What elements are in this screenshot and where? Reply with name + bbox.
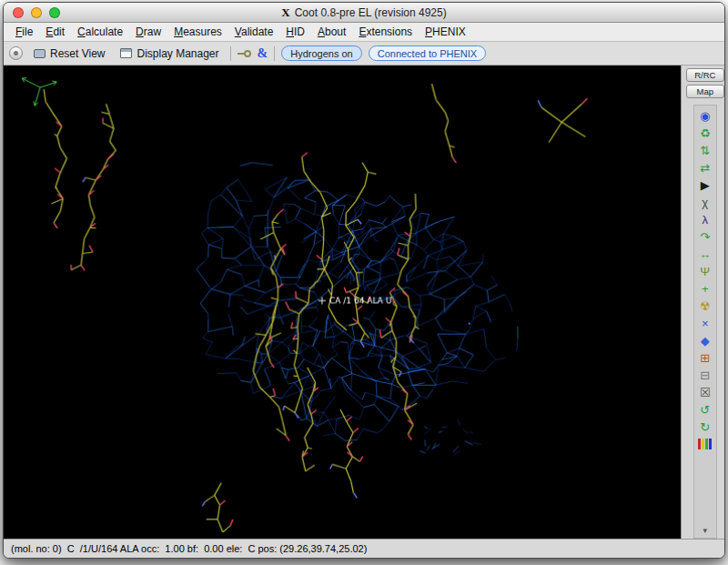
clear-pending-icon[interactable]: × xyxy=(696,315,714,331)
rigid-body-icon[interactable]: ⇅ xyxy=(696,142,714,158)
coot-window: X Coot 0.8-pre EL (revision 4925) FileEd… xyxy=(3,2,725,559)
eraser-icon[interactable]: ⊟ xyxy=(696,367,714,383)
zoom-button[interactable] xyxy=(49,7,60,18)
toolbar-collapse-button[interactable] xyxy=(9,46,23,60)
menu-validate[interactable]: Validate xyxy=(228,24,280,40)
regularize-icon[interactable]: ♻ xyxy=(696,125,714,141)
anchor-icon[interactable]: & xyxy=(258,46,268,61)
menu-calculate[interactable]: Calculate xyxy=(71,24,129,40)
right-panel: R/RC Map ◉♻⇅⇄▶χλ↷↔Ψ+☢×◆⊞⊟☒↺↻▾ xyxy=(681,66,725,539)
menu-edit[interactable]: Edit xyxy=(39,24,71,40)
menu-about[interactable]: About xyxy=(311,24,352,40)
redo-icon[interactable]: ↻ xyxy=(696,419,714,435)
display-manager-button[interactable]: Display Manager xyxy=(116,45,223,62)
reset-view-button[interactable]: Reset View xyxy=(29,45,109,62)
menu-measures[interactable]: Measures xyxy=(167,24,228,40)
delete-icon[interactable]: ☒ xyxy=(696,384,714,400)
add-terminal-icon[interactable]: + xyxy=(696,280,714,297)
right-icon-strip: ◉♻⇅⇄▶χλ↷↔Ψ+☢×◆⊞⊟☒↺↻▾ xyxy=(693,105,717,539)
torsion-icon[interactable]: λ xyxy=(696,211,714,227)
menu-phenix[interactable]: PHENIX xyxy=(419,24,472,40)
edit-chi-icon[interactable]: χ xyxy=(696,194,714,210)
window-title-wrap: X Coot 0.8-pre EL (revision 4925) xyxy=(281,5,446,20)
x11-logo-icon: X xyxy=(281,5,289,20)
traffic-lights xyxy=(13,3,60,22)
rrc-button[interactable]: R/RC xyxy=(686,68,724,82)
map-button[interactable]: Map xyxy=(686,85,724,98)
status-text: (mol. no: 0) C /1/U/164 ALA occ: 1.00 bf… xyxy=(11,543,367,554)
rotate-translate-icon[interactable]: ⇄ xyxy=(696,159,714,176)
menu-file[interactable]: File xyxy=(9,24,39,40)
window-title: Coot 0.8-pre EL (revision 4925) xyxy=(295,6,447,19)
gl-canvas[interactable] xyxy=(4,66,681,539)
hydrogens-toggle-button[interactable]: Hydrogens on xyxy=(281,45,362,61)
undo-icon[interactable]: ↺ xyxy=(696,401,714,418)
display-colors-icon[interactable] xyxy=(696,436,714,452)
toolbar-separator xyxy=(230,46,231,61)
window-icon xyxy=(120,48,132,58)
go-to-blob-icon[interactable]: ◆ xyxy=(696,332,714,348)
close-button[interactable] xyxy=(13,7,24,18)
scroll-down-icon[interactable]: ▾ xyxy=(703,525,708,536)
sidechain-flip-icon[interactable]: ↔ xyxy=(696,246,714,262)
main-content: R/RC Map ◉♻⇅⇄▶χλ↷↔Ψ+☢×◆⊞⊟☒↺↻▾ xyxy=(4,66,724,539)
menubar: FileEditCalculateDrawMeasuresValidateHID… xyxy=(4,23,724,42)
mutate-icon[interactable]: Ψ xyxy=(696,263,714,279)
reset-view-label: Reset View xyxy=(50,47,105,60)
add-atom-icon[interactable]: ⊞ xyxy=(696,349,714,366)
rotamer-icon[interactable]: ▶ xyxy=(696,177,714,193)
toolbar: Reset View Display Manager & Hydrogens o… xyxy=(4,42,724,66)
toolbar-separator xyxy=(274,46,275,61)
display-manager-label: Display Manager xyxy=(136,47,218,60)
minimize-button[interactable] xyxy=(31,7,42,18)
phenix-connection-button[interactable]: Connected to PHENIX xyxy=(369,45,486,61)
refine-icon[interactable]: ◉ xyxy=(696,107,714,124)
menu-hid[interactable]: HID xyxy=(279,24,311,40)
menu-draw[interactable]: Draw xyxy=(129,24,167,40)
monitor-icon xyxy=(34,49,46,58)
key-icon[interactable] xyxy=(238,50,251,57)
pepflip-icon[interactable]: ↷ xyxy=(696,228,714,245)
menu-extensions[interactable]: Extensions xyxy=(352,24,419,40)
refmac-icon[interactable]: ☢ xyxy=(696,298,714,314)
titlebar[interactable]: X Coot 0.8-pre EL (revision 4925) xyxy=(4,3,724,23)
statusbar: (mol. no: 0) C /1/U/164 ALA occ: 1.00 bf… xyxy=(4,539,724,558)
